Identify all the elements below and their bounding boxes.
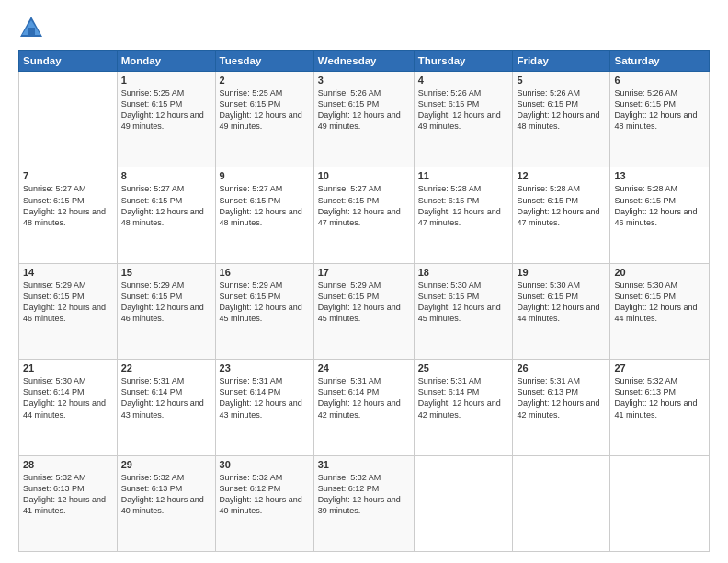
day-info: Sunrise: 5:27 AM Sunset: 6:15 PM Dayligh… bbox=[23, 183, 113, 228]
day-number: 15 bbox=[121, 267, 211, 278]
calendar-cell: 31Sunrise: 5:32 AM Sunset: 6:12 PM Dayli… bbox=[313, 455, 414, 551]
day-number: 23 bbox=[220, 362, 310, 373]
header bbox=[18, 15, 710, 40]
day-info: Sunrise: 5:31 AM Sunset: 6:14 PM Dayligh… bbox=[418, 375, 509, 420]
day-info: Sunrise: 5:27 AM Sunset: 6:15 PM Dayligh… bbox=[220, 183, 310, 228]
day-number: 8 bbox=[121, 170, 211, 181]
calendar-cell: 26Sunrise: 5:31 AM Sunset: 6:13 PM Dayli… bbox=[513, 360, 610, 455]
day-number: 19 bbox=[517, 267, 606, 278]
day-number: 27 bbox=[614, 362, 705, 373]
calendar-cell bbox=[19, 72, 118, 167]
day-info: Sunrise: 5:31 AM Sunset: 6:14 PM Dayligh… bbox=[121, 375, 211, 420]
day-number: 31 bbox=[318, 459, 410, 470]
day-number: 17 bbox=[318, 267, 410, 278]
day-number: 20 bbox=[614, 267, 705, 278]
day-number: 6 bbox=[614, 75, 705, 86]
header-row: SundayMondayTuesdayWednesdayThursdayFrid… bbox=[19, 51, 710, 72]
day-number: 26 bbox=[517, 362, 606, 373]
day-number: 24 bbox=[318, 362, 410, 373]
logo-icon bbox=[18, 15, 44, 40]
header-day: Monday bbox=[117, 51, 215, 72]
calendar-cell: 21Sunrise: 5:30 AM Sunset: 6:14 PM Dayli… bbox=[19, 360, 118, 455]
calendar-cell: 23Sunrise: 5:31 AM Sunset: 6:14 PM Dayli… bbox=[215, 360, 313, 455]
calendar-cell: 13Sunrise: 5:28 AM Sunset: 6:15 PM Dayli… bbox=[610, 167, 710, 263]
day-number: 13 bbox=[614, 170, 705, 181]
calendar-cell: 7Sunrise: 5:27 AM Sunset: 6:15 PM Daylig… bbox=[19, 167, 118, 263]
calendar-cell: 19Sunrise: 5:30 AM Sunset: 6:15 PM Dayli… bbox=[513, 263, 610, 359]
day-info: Sunrise: 5:28 AM Sunset: 6:15 PM Dayligh… bbox=[418, 183, 509, 228]
calendar-cell: 28Sunrise: 5:32 AM Sunset: 6:13 PM Dayli… bbox=[19, 455, 118, 551]
header-day: Tuesday bbox=[215, 51, 313, 72]
calendar-cell: 20Sunrise: 5:30 AM Sunset: 6:15 PM Dayli… bbox=[610, 263, 710, 359]
calendar-cell: 12Sunrise: 5:28 AM Sunset: 6:15 PM Dayli… bbox=[513, 167, 610, 263]
day-info: Sunrise: 5:31 AM Sunset: 6:13 PM Dayligh… bbox=[517, 375, 606, 420]
day-info: Sunrise: 5:26 AM Sunset: 6:15 PM Dayligh… bbox=[318, 87, 410, 132]
day-info: Sunrise: 5:29 AM Sunset: 6:15 PM Dayligh… bbox=[121, 280, 211, 325]
calendar-cell: 30Sunrise: 5:32 AM Sunset: 6:12 PM Dayli… bbox=[215, 455, 313, 551]
day-info: Sunrise: 5:30 AM Sunset: 6:15 PM Dayligh… bbox=[614, 280, 705, 325]
day-info: Sunrise: 5:29 AM Sunset: 6:15 PM Dayligh… bbox=[220, 280, 310, 325]
day-number: 14 bbox=[23, 267, 113, 278]
calendar-cell bbox=[414, 455, 513, 551]
day-number: 7 bbox=[23, 170, 113, 181]
calendar-cell: 6Sunrise: 5:26 AM Sunset: 6:15 PM Daylig… bbox=[610, 72, 710, 167]
calendar-table: SundayMondayTuesdayWednesdayThursdayFrid… bbox=[18, 50, 710, 552]
day-number: 16 bbox=[220, 267, 310, 278]
day-number: 9 bbox=[220, 170, 310, 181]
day-info: Sunrise: 5:30 AM Sunset: 6:15 PM Dayligh… bbox=[517, 280, 606, 325]
day-info: Sunrise: 5:26 AM Sunset: 6:15 PM Dayligh… bbox=[517, 87, 606, 132]
day-info: Sunrise: 5:28 AM Sunset: 6:15 PM Dayligh… bbox=[614, 183, 705, 228]
day-info: Sunrise: 5:25 AM Sunset: 6:15 PM Dayligh… bbox=[220, 87, 310, 132]
day-info: Sunrise: 5:32 AM Sunset: 6:13 PM Dayligh… bbox=[23, 472, 113, 517]
header-day: Wednesday bbox=[313, 51, 414, 72]
calendar-cell: 9Sunrise: 5:27 AM Sunset: 6:15 PM Daylig… bbox=[215, 167, 313, 263]
calendar-cell: 4Sunrise: 5:26 AM Sunset: 6:15 PM Daylig… bbox=[414, 72, 513, 167]
day-number: 18 bbox=[418, 267, 509, 278]
calendar-cell bbox=[513, 455, 610, 551]
calendar-cell: 15Sunrise: 5:29 AM Sunset: 6:15 PM Dayli… bbox=[117, 263, 215, 359]
day-number: 5 bbox=[517, 75, 606, 86]
header-day: Thursday bbox=[414, 51, 513, 72]
calendar-cell: 1Sunrise: 5:25 AM Sunset: 6:15 PM Daylig… bbox=[117, 72, 215, 167]
calendar-cell: 8Sunrise: 5:27 AM Sunset: 6:15 PM Daylig… bbox=[117, 167, 215, 263]
week-row: 14Sunrise: 5:29 AM Sunset: 6:15 PM Dayli… bbox=[19, 263, 710, 359]
calendar-cell: 14Sunrise: 5:29 AM Sunset: 6:15 PM Dayli… bbox=[19, 263, 118, 359]
day-info: Sunrise: 5:32 AM Sunset: 6:12 PM Dayligh… bbox=[318, 472, 410, 517]
calendar-cell: 11Sunrise: 5:28 AM Sunset: 6:15 PM Dayli… bbox=[414, 167, 513, 263]
day-number: 2 bbox=[220, 75, 310, 86]
day-info: Sunrise: 5:27 AM Sunset: 6:15 PM Dayligh… bbox=[318, 183, 410, 228]
logo bbox=[18, 15, 48, 40]
calendar-cell: 17Sunrise: 5:29 AM Sunset: 6:15 PM Dayli… bbox=[313, 263, 414, 359]
day-info: Sunrise: 5:31 AM Sunset: 6:14 PM Dayligh… bbox=[318, 375, 410, 420]
calendar-cell: 2Sunrise: 5:25 AM Sunset: 6:15 PM Daylig… bbox=[215, 72, 313, 167]
day-info: Sunrise: 5:27 AM Sunset: 6:15 PM Dayligh… bbox=[121, 183, 211, 228]
calendar-cell: 22Sunrise: 5:31 AM Sunset: 6:14 PM Dayli… bbox=[117, 360, 215, 455]
day-info: Sunrise: 5:28 AM Sunset: 6:15 PM Dayligh… bbox=[517, 183, 606, 228]
day-number: 3 bbox=[318, 75, 410, 86]
day-number: 22 bbox=[121, 362, 211, 373]
calendar-cell: 18Sunrise: 5:30 AM Sunset: 6:15 PM Dayli… bbox=[414, 263, 513, 359]
day-info: Sunrise: 5:26 AM Sunset: 6:15 PM Dayligh… bbox=[614, 87, 705, 132]
week-row: 7Sunrise: 5:27 AM Sunset: 6:15 PM Daylig… bbox=[19, 167, 710, 263]
day-info: Sunrise: 5:29 AM Sunset: 6:15 PM Dayligh… bbox=[318, 280, 410, 325]
day-info: Sunrise: 5:32 AM Sunset: 6:12 PM Dayligh… bbox=[220, 472, 310, 517]
header-day: Sunday bbox=[19, 51, 118, 72]
day-number: 1 bbox=[121, 75, 211, 86]
day-info: Sunrise: 5:32 AM Sunset: 6:13 PM Dayligh… bbox=[614, 375, 705, 420]
day-info: Sunrise: 5:25 AM Sunset: 6:15 PM Dayligh… bbox=[121, 87, 211, 132]
calendar-cell: 29Sunrise: 5:32 AM Sunset: 6:13 PM Dayli… bbox=[117, 455, 215, 551]
day-number: 25 bbox=[418, 362, 509, 373]
week-row: 1Sunrise: 5:25 AM Sunset: 6:15 PM Daylig… bbox=[19, 72, 710, 167]
calendar-cell: 10Sunrise: 5:27 AM Sunset: 6:15 PM Dayli… bbox=[313, 167, 414, 263]
week-row: 28Sunrise: 5:32 AM Sunset: 6:13 PM Dayli… bbox=[19, 455, 710, 551]
day-number: 10 bbox=[318, 170, 410, 181]
calendar-cell: 5Sunrise: 5:26 AM Sunset: 6:15 PM Daylig… bbox=[513, 72, 610, 167]
page: SundayMondayTuesdayWednesdayThursdayFrid… bbox=[0, 0, 728, 563]
day-number: 4 bbox=[418, 75, 509, 86]
header-day: Friday bbox=[513, 51, 610, 72]
day-number: 30 bbox=[220, 459, 310, 470]
calendar-cell: 3Sunrise: 5:26 AM Sunset: 6:15 PM Daylig… bbox=[313, 72, 414, 167]
calendar-cell: 24Sunrise: 5:31 AM Sunset: 6:14 PM Dayli… bbox=[313, 360, 414, 455]
calendar-cell: 25Sunrise: 5:31 AM Sunset: 6:14 PM Dayli… bbox=[414, 360, 513, 455]
day-number: 11 bbox=[418, 170, 509, 181]
